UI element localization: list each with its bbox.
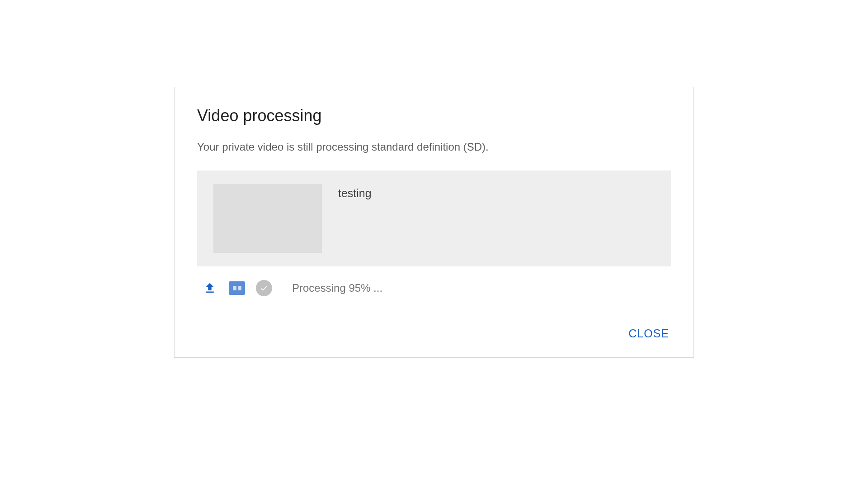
sd-icon [229,280,245,296]
dialog-title: Video processing [197,106,671,125]
video-thumbnail [213,184,322,253]
close-button[interactable]: CLOSE [627,323,671,344]
upload-icon [202,280,218,296]
video-card: testing [197,171,671,266]
checkmark-icon [256,280,272,296]
video-processing-dialog: Video processing Your private video is s… [174,87,694,358]
dialog-actions: CLOSE [197,323,671,344]
status-row: Processing 95% ... [197,280,671,296]
dialog-subtitle: Your private video is still processing s… [197,141,671,153]
video-title: testing [338,184,372,200]
status-text: Processing 95% ... [292,282,382,294]
